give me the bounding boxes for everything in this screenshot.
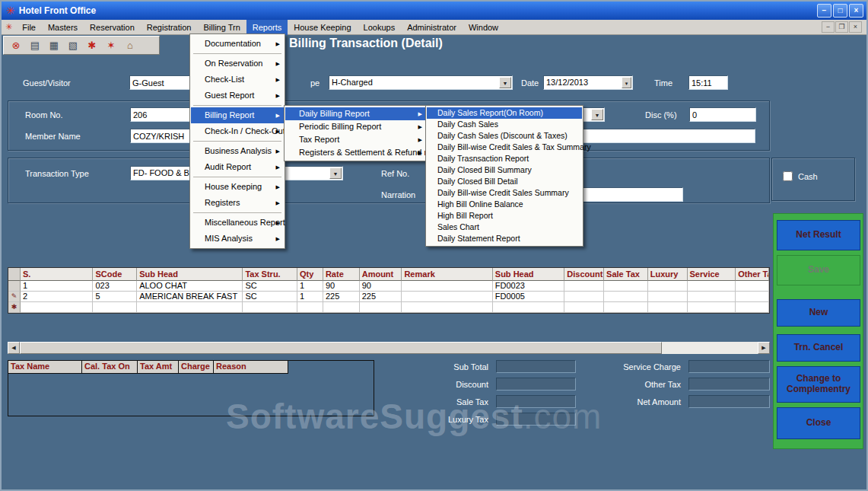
maximize-button[interactable]: □	[833, 4, 847, 18]
menu-item-house-keeping[interactable]: House Keeping▶	[191, 179, 284, 195]
menu-item-documentation[interactable]: Documentation▶	[191, 36, 284, 52]
row-selector[interactable]: ✎	[8, 292, 21, 302]
close-button[interactable]: ×	[849, 4, 863, 18]
mdi-close-icon[interactable]: ×	[849, 21, 862, 33]
net-result-button[interactable]: Net Result	[777, 220, 860, 250]
menu-item-daily-bill-wise-credit-sales-summary[interactable]: Daily Bill-wise Credit Sales Summary	[427, 187, 582, 199]
mdi-restore-icon[interactable]: ❐	[835, 21, 848, 33]
grid-cell[interactable]: FD0023	[493, 281, 565, 292]
print-icon[interactable]: ▦	[45, 37, 63, 53]
menu-item-sales-chart[interactable]: Sales Chart	[427, 222, 582, 233]
tools-icon[interactable]: ✶	[102, 37, 120, 53]
grid-cell[interactable]: SC	[243, 292, 297, 302]
menu-item-guest-report[interactable]: Guest Report▶	[191, 88, 284, 104]
grid-cell[interactable]	[688, 302, 736, 313]
grid-cell[interactable]	[688, 292, 736, 302]
menu-item-check-in-check-out[interactable]: Check-In / Check-Out▶	[191, 123, 284, 139]
grid-horizontal-scrollbar[interactable]: ◀ ▶	[8, 342, 770, 354]
grid-row[interactable]: ✎25AMERICAN BREAK FASTSC1225225FD0005	[8, 292, 769, 302]
save-button[interactable]: Save	[777, 255, 860, 285]
grid-header-rate-5[interactable]: Rate	[323, 268, 360, 281]
grid-cell[interactable]	[402, 302, 492, 313]
chevron-down-icon[interactable]: ▼	[591, 109, 603, 120]
chevron-down-icon[interactable]: ▼	[329, 167, 342, 179]
menu-item-miscellaneous-report[interactable]: Miscellaneous Report▶	[191, 215, 284, 231]
scrollbar-thumb[interactable]	[20, 342, 662, 354]
grid-cell[interactable]	[648, 302, 688, 313]
menubar-item-reservation[interactable]: Reservation	[84, 20, 141, 35]
grid-cell[interactable]: 2	[21, 292, 94, 302]
grid-cell[interactable]	[736, 292, 769, 302]
new-document-icon[interactable]: ▤	[26, 37, 44, 53]
grid-cell[interactable]	[688, 281, 736, 292]
grid-cell[interactable]	[21, 302, 94, 313]
minimize-button[interactable]: −	[817, 4, 831, 18]
menubar-item-window[interactable]: Window	[463, 20, 504, 35]
grid-cell[interactable]: 90	[360, 281, 402, 292]
menu-item-registers-settlement-refund-report[interactable]: Registers & Settlement & Refund report▶	[285, 146, 426, 159]
grid-cell[interactable]	[604, 292, 648, 302]
menu-item-daily-statement-report[interactable]: Daily Statement Report	[427, 233, 582, 244]
grid-header-sub-head-8[interactable]: Sub Head	[493, 268, 565, 281]
date-spinner-icon[interactable]: ▾	[622, 77, 631, 88]
menu-item-high-bill-online-balance[interactable]: High Bill Online Balance	[427, 199, 582, 210]
disc-input[interactable]	[689, 107, 756, 122]
close-button[interactable]: Close	[777, 407, 860, 439]
preview-icon[interactable]: ▧	[64, 37, 82, 53]
menu-item-daily-bill-wise-credit-sales-tax-summary[interactable]: Daily Bill-wise Credit Sales & Tax Summa…	[427, 142, 582, 153]
grid-cell[interactable]: 023	[93, 281, 137, 292]
grid-header-remark-7[interactable]: Remark	[402, 268, 492, 281]
row-selector[interactable]: ✱	[8, 302, 21, 313]
menu-item-registers[interactable]: Registers▶	[191, 195, 284, 211]
grid-cell[interactable]: 90	[323, 281, 360, 292]
row-selector[interactable]	[8, 281, 21, 292]
grid-header-service-12[interactable]: Service	[688, 268, 736, 281]
grid-cell[interactable]	[736, 281, 769, 292]
settings-icon[interactable]: ✱	[83, 37, 101, 53]
grid-cell[interactable]	[360, 302, 402, 313]
menubar-item-registration[interactable]: Registration	[141, 20, 198, 35]
menu-item-audit-report[interactable]: Audit Report▶	[191, 159, 284, 175]
grid-header-sale-tax-10[interactable]: Sale Tax	[604, 268, 648, 281]
menu-item-billing-report[interactable]: Billing Report▶	[191, 107, 284, 123]
scroll-right-icon[interactable]: ▶	[758, 342, 770, 354]
menubar-item-file[interactable]: File	[16, 20, 42, 35]
menubar-item-house-keeping[interactable]: House Keeping	[288, 20, 357, 35]
menubar-item-lookups[interactable]: Lookups	[358, 20, 402, 35]
menu-item-check-list[interactable]: Check-List▶	[191, 72, 284, 88]
mdi-child-icon[interactable]: ✳	[2, 22, 16, 32]
grid-cell[interactable]: 225	[360, 292, 402, 302]
grid-cell[interactable]: AMERICAN BREAK FAST	[137, 292, 243, 302]
grid-cell[interactable]	[604, 281, 648, 292]
menu-item-daily-sales-report-on-room[interactable]: Daily Sales Report(On Room)	[427, 107, 582, 119]
grid-cell[interactable]	[402, 292, 492, 302]
menu-item-daily-cash-sales-discount-taxes[interactable]: Daily Cash Sales (Discount & Taxes)	[427, 130, 582, 142]
grid-header-amount-6[interactable]: Amount	[360, 268, 402, 281]
menu-item-tax-report[interactable]: Tax Report▶	[285, 133, 426, 146]
charge-type-combobox[interactable]: H-Charged ▼	[329, 75, 513, 90]
grid-cell[interactable]	[564, 281, 604, 292]
menu-item-mis-analysis[interactable]: MIS Analysis▶	[191, 231, 284, 247]
grid-header-s-0[interactable]: S.	[21, 268, 94, 281]
new-button[interactable]: New	[777, 299, 860, 327]
grid-cell[interactable]	[297, 302, 323, 313]
time-input[interactable]	[688, 75, 728, 90]
mdi-minimize-icon[interactable]: −	[822, 21, 835, 33]
menu-item-periodic-billing-report[interactable]: Periodic Billing Report▶	[285, 120, 426, 133]
billing-items-grid[interactable]: S.SCodeSub HeadTax Stru.QtyRateAmountRem…	[8, 267, 770, 314]
grid-cell[interactable]	[402, 281, 492, 292]
scroll-left-icon[interactable]: ◀	[8, 342, 20, 354]
chevron-down-icon[interactable]: ▼	[499, 77, 511, 88]
grid-cell[interactable]	[137, 302, 243, 313]
menubar-item-reports[interactable]: Reports	[246, 20, 288, 35]
menubar-item-masters[interactable]: Masters	[42, 20, 84, 35]
menu-item-daily-cash-sales[interactable]: Daily Cash Sales	[427, 119, 582, 130]
cancel-icon[interactable]: ⊗	[7, 37, 25, 53]
grid-header-other-tax-13[interactable]: Other Tax	[736, 268, 769, 281]
grid-cell[interactable]	[648, 281, 688, 292]
grid-cell[interactable]	[243, 302, 297, 313]
menubar-item-billing-trn[interactable]: Billing Trn	[197, 20, 246, 35]
menu-item-high-bill-report[interactable]: High Bill Report	[427, 210, 582, 222]
change-to-complementry-button[interactable]: Change to Complementry	[777, 366, 860, 403]
grid-cell[interactable]	[493, 302, 565, 313]
